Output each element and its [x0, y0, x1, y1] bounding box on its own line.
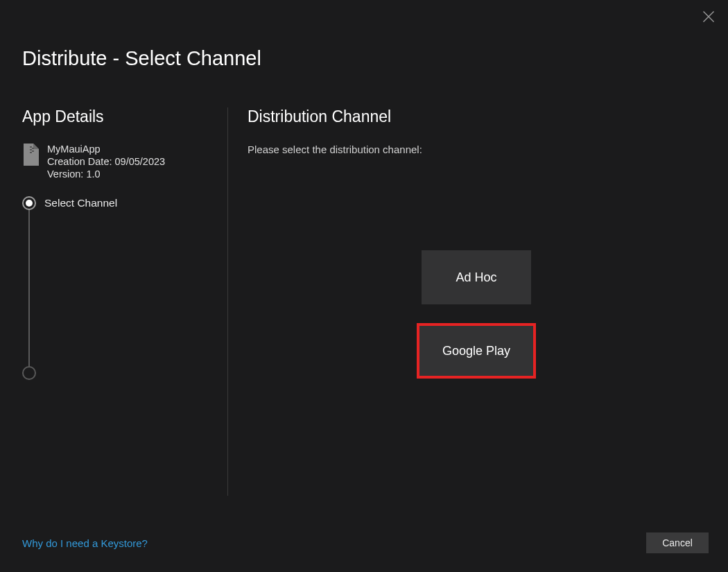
step-connector-line: [28, 210, 30, 368]
close-icon: [702, 10, 716, 24]
step-label: Select Channel: [44, 197, 117, 209]
step-select-channel: Select Channel: [22, 196, 216, 210]
app-version: Version: 1.0: [47, 168, 165, 180]
archive-file-icon: [22, 144, 39, 166]
keystore-help-link[interactable]: Why do I need a Keystore?: [22, 537, 148, 549]
svg-rect-5: [32, 150, 34, 152]
step-indicator-next: [22, 366, 36, 380]
svg-rect-6: [30, 152, 32, 153]
app-details-heading: App Details: [22, 107, 216, 126]
app-name: MyMauiApp: [47, 144, 165, 155]
svg-rect-2: [30, 146, 32, 148]
right-panel: Distribution Channel Please select the d…: [248, 107, 705, 155]
wizard-steps: Select Channel: [22, 196, 216, 210]
svg-rect-3: [32, 148, 34, 149]
channel-adhoc-button[interactable]: Ad Hoc: [422, 250, 531, 304]
cancel-button[interactable]: Cancel: [646, 532, 709, 553]
svg-rect-4: [30, 149, 32, 150]
app-creation-date: Creation Date: 09/05/2023: [47, 156, 165, 167]
left-panel: App Details MyMauiApp Creation Date: 09/…: [22, 107, 216, 210]
step-dot-icon: [26, 200, 33, 207]
channel-googleplay-button[interactable]: Google Play: [419, 326, 533, 376]
page-title: Distribute - Select Channel: [22, 47, 261, 70]
distribution-channel-heading: Distribution Channel: [248, 107, 705, 126]
instruction-text: Please select the distribution channel:: [248, 144, 705, 155]
channel-googleplay-wrap: Google Play: [417, 323, 536, 379]
app-info: MyMauiApp Creation Date: 09/05/2023 Vers…: [22, 144, 216, 180]
app-info-text: MyMauiApp Creation Date: 09/05/2023 Vers…: [47, 144, 165, 180]
channel-button-group: Ad Hoc Google Play: [417, 250, 536, 379]
channel-adhoc-wrap: Ad Hoc: [417, 250, 536, 305]
step-indicator-active: [22, 196, 36, 210]
close-button[interactable]: [702, 10, 716, 24]
vertical-divider: [227, 107, 228, 496]
